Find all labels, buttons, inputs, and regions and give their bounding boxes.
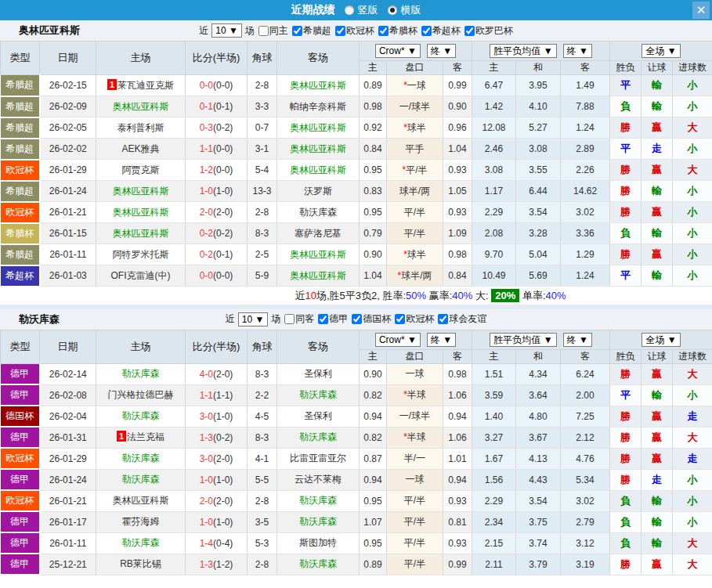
view-radio[interactable]	[345, 5, 354, 15]
avg-lose: 7.88	[561, 96, 610, 117]
away-team-name: 奥林匹亚科斯	[290, 143, 346, 154]
section-header: 勒沃库森近10 ▼场同客德甲德国杯欧冠杯球会友谊	[0, 309, 712, 330]
score: 0-0(0-0)	[186, 265, 248, 287]
match-row: 希腊超26-02-02AEK雅典1-1(0-0)3-1奥林匹亚科斯0.84平手1…	[1, 139, 712, 160]
league-badge: 希腊杯	[1, 223, 40, 244]
column-header: 主场	[96, 41, 186, 75]
avg-draw: 4.34	[516, 363, 561, 384]
match-row: 德甲26-01-11勒沃库森1-4(0-4)5-3斯图加特0.95平/半0.93…	[1, 532, 712, 554]
scope-select[interactable]: 全场 ▼	[642, 44, 680, 58]
away-team-name: 奥林匹亚科斯	[290, 249, 346, 260]
match-row: 希腊超26-01-24奥林匹亚科斯1-0(1-0)13-3沃罗斯0.83球半/两…	[1, 181, 712, 202]
avg-lose: 3.02	[561, 202, 610, 223]
match-date: 26-01-29	[40, 160, 96, 181]
away-odds: 1.05	[443, 181, 472, 202]
league-filter-checkbox[interactable]	[318, 314, 328, 324]
summary-part: 胜率:	[382, 290, 406, 301]
goals-result: 小	[673, 244, 712, 265]
avg-type-select[interactable]: 胜平负均值 ▼	[490, 44, 556, 58]
score: 0-2(0-1)	[186, 244, 248, 265]
view-radio[interactable]	[388, 5, 397, 15]
result: 負	[610, 223, 642, 244]
view-radio-label[interactable]: 竖版	[358, 4, 378, 16]
fulltime-score: 1-0	[200, 186, 213, 197]
league-filter-checkbox[interactable]	[438, 314, 448, 324]
same-venue-checkbox[interactable]	[284, 314, 295, 324]
match-row: 德国杯26-02-04勒沃库森3-0(1-0)4-5圣保利0.94一/球半0.9…	[1, 406, 712, 427]
league-filter-checkbox[interactable]	[395, 314, 405, 324]
away-odds: 1.06	[443, 384, 472, 406]
corners: 8-3	[248, 427, 277, 448]
column-header: 比分(半场)	[186, 41, 248, 75]
matches-table: 类型日期主场比分(半场)角球客场Crow* ▼终 ▼胜平负均值 ▼终 ▼全场 ▼…	[0, 41, 712, 287]
odds-company-select[interactable]: Crow* ▼	[375, 44, 421, 58]
league-filter-checkbox[interactable]	[292, 26, 302, 36]
filter-bar: 近10 ▼场同主希腊超欧冠杯希腊杯希超杯欧罗巴杯	[199, 23, 513, 38]
away-team: 斯图加特	[277, 532, 360, 554]
fulltime-score: 1-4	[200, 538, 213, 549]
avg-final-select[interactable]: 终 ▼	[563, 44, 592, 58]
league-filter-label: 德国杯	[363, 312, 391, 326]
away-odds: 0.93	[443, 160, 472, 181]
home-team-name: 阿特罗米托斯	[113, 249, 169, 260]
league-filter-checkbox[interactable]	[464, 26, 475, 36]
league-filter-checkbox[interactable]	[378, 26, 389, 36]
summary-part: 40%	[546, 290, 566, 301]
home-team-name: 门兴格拉德巴赫	[108, 389, 174, 400]
avg-win: 10.49	[472, 265, 516, 287]
match-date: 26-02-14	[40, 363, 96, 384]
avg-win: 6.47	[472, 75, 516, 96]
result: 負	[610, 532, 642, 554]
match-count-select[interactable]: 10 ▼	[238, 312, 269, 326]
home-odds: 0.83	[360, 181, 387, 202]
away-odds: 1.06	[443, 427, 472, 448]
score: 1-4(0-4)	[186, 532, 248, 554]
league-filter-checkbox[interactable]	[352, 314, 362, 324]
avg-lose: 6.24	[561, 363, 610, 384]
corners: 8-3	[248, 363, 277, 384]
same-venue-checkbox[interactable]	[258, 26, 269, 36]
odds-final-select[interactable]: 终 ▼	[427, 44, 456, 58]
result: 平	[610, 265, 642, 287]
match-date: 26-01-11	[40, 244, 96, 265]
close-button[interactable]: ✕	[692, 2, 710, 19]
home-team: 奥林匹亚科斯	[96, 223, 186, 244]
halftime-score: (2-0)	[213, 496, 233, 507]
goals-result: 大	[673, 554, 712, 575]
odds-company-select[interactable]: Crow* ▼	[375, 333, 421, 347]
score: 1-1(0-0)	[186, 139, 248, 160]
result: 勝	[610, 117, 642, 139]
handicap: 平/半	[387, 532, 443, 554]
scope-select[interactable]: 全场 ▼	[642, 333, 680, 347]
handicap-result: 輸	[642, 75, 673, 96]
avg-final-select[interactable]: 终 ▼	[563, 333, 592, 347]
handicap: 一球	[387, 469, 443, 490]
handicap: *球半/两	[387, 265, 443, 287]
fulltime-score: 1-0	[200, 474, 213, 485]
score: 1-0(1-0)	[186, 181, 248, 202]
column-group-header: 胜平负均值 ▼终 ▼	[472, 41, 610, 61]
summary-part: 40%	[452, 290, 472, 301]
avg-type-select[interactable]: 胜平负均值 ▼	[490, 333, 556, 347]
rank-badge: 1	[117, 431, 126, 442]
view-radio-label[interactable]: 横版	[401, 4, 421, 16]
match-row: 德甲26-01-311法兰克福1-3(0-2)8-3勒沃库森0.82*半球1.0…	[1, 427, 712, 448]
league-filter-checkbox[interactable]	[335, 26, 345, 36]
match-count-select[interactable]: 10 ▼	[211, 23, 242, 38]
league-filter-label: 欧罗巴杯	[475, 24, 513, 38]
score: 1-3(1-2)	[186, 554, 248, 575]
column-group-header: 全场 ▼	[610, 41, 712, 61]
home-odds: 0.98	[360, 96, 387, 117]
match-row: 欧冠杯26-01-21奥林匹亚科斯2-0(2-0)2-8勒沃库森0.95平/半0…	[1, 490, 712, 511]
home-odds: 0.87	[360, 448, 387, 469]
sub-column-header: 胜负	[610, 349, 642, 363]
avg-draw: 6.44	[516, 181, 561, 202]
home-team-name: AEK雅典	[121, 143, 159, 154]
handicap: 平/半	[387, 511, 443, 532]
avg-draw: 3.64	[516, 384, 561, 406]
avg-win: 2.11	[472, 554, 516, 575]
league-filter-checkbox[interactable]	[421, 26, 432, 36]
corners: 2-8	[248, 490, 277, 511]
home-team-name: 奥林匹亚科斯	[113, 495, 169, 506]
odds-final-select[interactable]: 终 ▼	[427, 333, 456, 347]
